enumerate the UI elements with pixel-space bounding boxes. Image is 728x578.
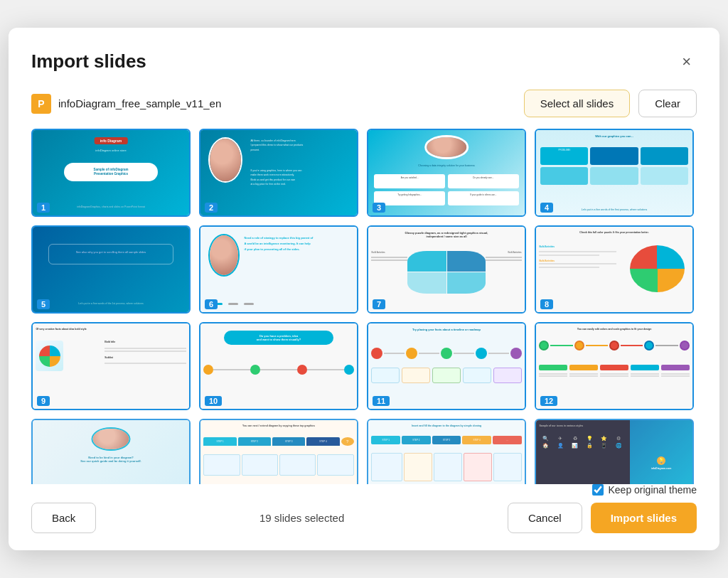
slide-card-15[interactable]: Insert and fill the diagram to the diagr… (367, 419, 526, 484)
slide-card-7[interactable]: Glossy puzzle diagram, as a redesigned t… (367, 225, 526, 314)
modal-title: Import slides (31, 50, 146, 73)
slides-grid: info Diagram infoDiagram online store Sa… (31, 129, 697, 484)
import-slides-modal: Import slides × P infoDiagram_free_sampl… (9, 28, 719, 550)
slide-card-4[interactable]: With our graphics you can... PROBLEMS Le… (535, 129, 694, 217)
slide-number-3: 3 (373, 203, 385, 213)
slide-card-2[interactable]: All there, co-founder of infoDiagram her… (199, 129, 358, 217)
close-button[interactable]: × (676, 51, 697, 73)
slide-number-2: 2 (205, 203, 218, 213)
select-all-button[interactable]: Select all slides (524, 90, 630, 117)
slide-card-14[interactable]: You can nest / extend diagram by copying… (199, 419, 358, 484)
slide-number-1: 1 (37, 203, 50, 213)
toolbar: P infoDiagram_free_sample_v11_en Select … (31, 90, 697, 117)
cancel-button[interactable]: Cancel (508, 503, 582, 533)
file-info: P infoDiagram_free_sample_v11_en (31, 94, 221, 114)
slide-card-11[interactable]: Try placing your facts about a timeline … (367, 322, 526, 410)
slide-card-9[interactable]: Of very creative facts about idea bold s… (31, 322, 191, 410)
file-icon: P (31, 94, 51, 114)
slide-card-16[interactable]: 💡 infoDiagram.com Sample of our icons in… (535, 419, 694, 484)
keep-original-label[interactable]: Keep original theme (608, 484, 697, 496)
slide-card-1[interactable]: info Diagram infoDiagram online store Sa… (31, 129, 191, 217)
footer: Back 19 slides selected Cancel Import sl… (31, 503, 697, 533)
slide-card-6[interactable]: Need a role of strategy to replace this … (199, 225, 358, 314)
modal-header: Import slides × (31, 50, 697, 73)
keep-original-section: Keep original theme (31, 484, 697, 496)
slide-number-10: 10 (205, 396, 222, 406)
toolbar-actions: Select all slides Clear (524, 90, 697, 117)
slide-card-13[interactable]: Need to be kind in your diagram?See our … (31, 419, 191, 484)
back-button[interactable]: Back (31, 503, 96, 533)
slide-number-11: 11 (373, 396, 390, 406)
file-name: infoDiagram_free_sample_v11_en (58, 97, 221, 109)
slide-number-12: 12 (540, 396, 557, 406)
clear-button[interactable]: Clear (638, 90, 697, 117)
slide-card-5[interactable]: See also why you got to scrolling them a… (31, 225, 191, 314)
keep-original-checkbox[interactable] (592, 484, 604, 496)
slide-number-6: 6 (205, 299, 218, 309)
slide-number-5: 5 (37, 299, 50, 309)
slide-number-8: 8 (540, 299, 553, 309)
slide-number-9: 9 (37, 396, 50, 406)
slide-card-10[interactable]: Do you have a problem, ideaand want to s… (199, 322, 358, 410)
status-text: 19 slides selected (259, 512, 344, 524)
slide-card-8[interactable]: Check this full color puzzle. It fits yo… (535, 225, 694, 314)
slide-number-7: 7 (373, 299, 385, 309)
slide-card-12[interactable]: You can easily edit colors and scale gra… (535, 322, 694, 410)
slide-card-3[interactable]: Choosing a data integrity solution for y… (367, 129, 526, 217)
slide-number-4: 4 (540, 203, 553, 213)
import-button[interactable]: Import slides (591, 503, 697, 533)
